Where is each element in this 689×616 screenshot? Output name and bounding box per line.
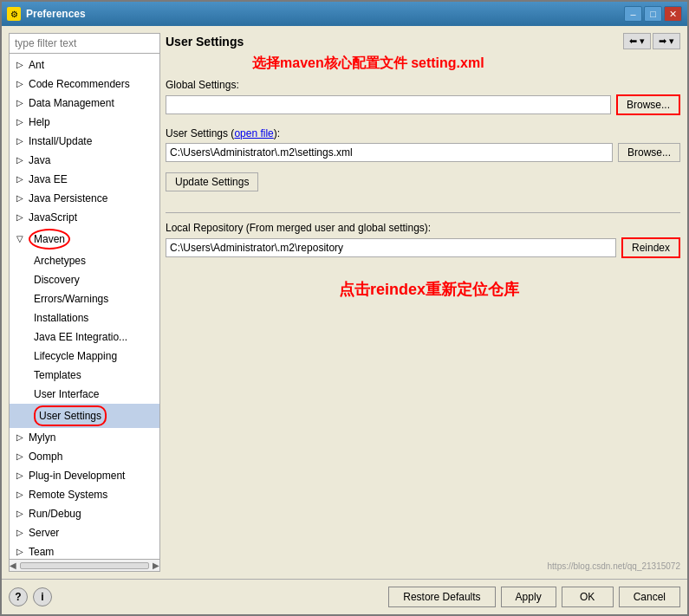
tree-item-label: Code Recommenders: [29, 76, 130, 92]
tree-item-discovery[interactable]: Discovery: [10, 270, 159, 289]
tree-item-label: Oomph: [29, 449, 62, 464]
tree-item-label: Plug-in Development: [29, 468, 125, 483]
tree-item-run-debug[interactable]: ▷ Run/Debug: [10, 504, 159, 523]
cancel-button[interactable]: Cancel: [619, 587, 680, 607]
arrow-icon: ▷: [16, 191, 25, 206]
main-content: ▷ Ant ▷ Code Recommenders ▷ Data Managem…: [2, 26, 687, 579]
tree-item-label: Installations: [34, 310, 88, 326]
title-bar-buttons: – □ ✕: [624, 6, 682, 22]
tree-item-java-ee-integration[interactable]: Java EE Integratio...: [10, 327, 159, 347]
annotation-maven-config: 选择maven核心配置文件 setting.xml: [252, 55, 484, 73]
tree-item-label: Team: [29, 544, 54, 559]
preferences-window: ⚙ Preferences – □ ✕ ▷ Ant ▷ Code Recomme…: [0, 0, 689, 616]
local-repository-label: Local Repository (From merged user and g…: [166, 222, 680, 234]
open-file-link[interactable]: open file: [234, 127, 273, 139]
filter-input[interactable]: [10, 34, 159, 54]
tree-item-label: Ant: [29, 57, 44, 73]
arrow-icon: ▷: [16, 172, 25, 187]
user-settings-label: User Settings (open file):: [166, 127, 680, 139]
tree-item-user-interface[interactable]: User Interface: [10, 385, 159, 404]
tree-item-java[interactable]: ▷ Java: [10, 151, 159, 170]
tree-item-label: Lifecycle Mapping: [34, 348, 117, 364]
tree-item-maven[interactable]: ▽ Maven: [10, 227, 159, 251]
tree-item-label: Errors/Warnings: [34, 291, 108, 307]
arrow-icon: ▷: [16, 449, 25, 464]
user-settings-input[interactable]: [166, 143, 613, 162]
tree-item-templates[interactable]: Templates: [10, 366, 159, 385]
separator: [166, 212, 680, 213]
tree-item-errors-warnings[interactable]: Errors/Warnings: [10, 289, 159, 308]
arrow-icon: ▷: [16, 76, 25, 92]
ok-button[interactable]: OK: [562, 587, 614, 607]
tree-item-plug-in-development[interactable]: ▷ Plug-in Development: [10, 466, 159, 485]
close-button[interactable]: ✕: [664, 6, 682, 22]
page-title: User Settings: [166, 35, 244, 49]
bottom-bar: ? i Restore Defaults Apply OK Cancel: [2, 579, 687, 614]
left-panel: ▷ Ant ▷ Code Recommenders ▷ Data Managem…: [9, 33, 160, 572]
tree-item-label: Install/Update: [29, 133, 92, 149]
tree-item-label: Templates: [34, 367, 81, 383]
tree-item-remote-systems[interactable]: ▷ Remote Systems: [10, 485, 159, 504]
global-settings-input[interactable]: [166, 95, 611, 114]
tree-item-label: Java EE: [29, 172, 68, 187]
tree-item-installations[interactable]: Installations: [10, 308, 159, 327]
tree-item-java-ee[interactable]: ▷ Java EE: [10, 170, 159, 189]
help-button[interactable]: ?: [9, 587, 28, 606]
tree-item-lifecycle-mapping[interactable]: Lifecycle Mapping: [10, 347, 159, 366]
arrow-icon: ▷: [16, 57, 25, 73]
arrow-icon: ▷: [16, 525, 25, 541]
tree-item-archetypes[interactable]: Archetypes: [10, 251, 159, 270]
restore-defaults-button[interactable]: Restore Defaults: [388, 587, 495, 607]
arrow-icon: ▷: [16, 133, 25, 149]
arrow-icon: ▷: [16, 430, 25, 445]
window-title: Preferences: [26, 8, 624, 20]
info-button[interactable]: i: [33, 587, 52, 606]
tree-item-user-settings[interactable]: User Settings: [10, 404, 159, 428]
tree-item-install-update[interactable]: ▷ Install/Update: [10, 132, 159, 151]
tree-item-team[interactable]: ▷ Team: [10, 542, 159, 559]
tree-item-label: Help: [29, 114, 50, 130]
maximize-button[interactable]: □: [644, 6, 662, 22]
global-settings-browse-button[interactable]: Browse...: [616, 94, 680, 115]
arrow-icon: ▷: [16, 95, 25, 111]
tree-item-label: Discovery: [34, 272, 80, 288]
window-icon: ⚙: [7, 7, 21, 21]
arrow-icon: ▷: [16, 506, 25, 522]
arrow-icon: ▷: [16, 544, 25, 559]
tree-item-label: User Interface: [34, 386, 99, 402]
update-settings-button[interactable]: Update Settings: [166, 172, 258, 191]
tree-item-server[interactable]: ▷ Server: [10, 523, 159, 542]
reindex-button[interactable]: Reindex: [621, 237, 680, 258]
tree-item-oomph[interactable]: ▷ Oomph: [10, 447, 159, 466]
watermark: https://blog.csdn.net/qq_21315072: [548, 560, 680, 572]
tree-area: ▷ Ant ▷ Code Recommenders ▷ Data Managem…: [10, 54, 159, 559]
tree-item-code-recommenders[interactable]: ▷ Code Recommenders: [10, 75, 159, 94]
user-settings-section: User Settings (open file): Browse... Upd…: [166, 127, 680, 191]
local-repository-input[interactable]: [166, 238, 616, 257]
global-settings-label: Global Settings:: [166, 79, 680, 91]
tree-item-label: Java Persistence: [29, 191, 107, 206]
tree-item-label: User Settings: [34, 405, 107, 426]
bottom-left-buttons: ? i: [9, 587, 52, 607]
arrow-icon: ▷: [16, 210, 25, 225]
minimize-button[interactable]: –: [624, 6, 642, 22]
tree-item-label: Maven: [29, 229, 70, 250]
forward-button[interactable]: ➡ ▾: [653, 33, 680, 49]
arrow-icon: ▽: [16, 231, 25, 247]
horizontal-scrollbar[interactable]: ◀ ▶: [10, 559, 159, 571]
tree-item-mylyn[interactable]: ▷ Mylyn: [10, 428, 159, 447]
tree-item-ant[interactable]: ▷ Ant: [10, 55, 159, 75]
tree-item-label: Server: [29, 525, 59, 541]
arrow-icon: ▷: [16, 152, 25, 168]
back-button[interactable]: ⬅ ▾: [623, 33, 651, 49]
annotation-reindex: 点击reindex重新定位仓库: [339, 281, 519, 298]
tree-item-label: Java: [29, 152, 50, 168]
arrow-icon: ▷: [16, 487, 25, 503]
tree-item-javascript[interactable]: ▷ JavaScript: [10, 208, 159, 227]
user-settings-browse-button[interactable]: Browse...: [618, 143, 680, 162]
tree-item-java-persistence[interactable]: ▷ Java Persistence: [10, 189, 159, 208]
tree-item-help[interactable]: ▷ Help: [10, 113, 159, 132]
tree-item-label: Remote Systems: [29, 487, 107, 503]
apply-button[interactable]: Apply: [501, 587, 556, 607]
tree-item-data-management[interactable]: ▷ Data Management: [10, 94, 159, 113]
